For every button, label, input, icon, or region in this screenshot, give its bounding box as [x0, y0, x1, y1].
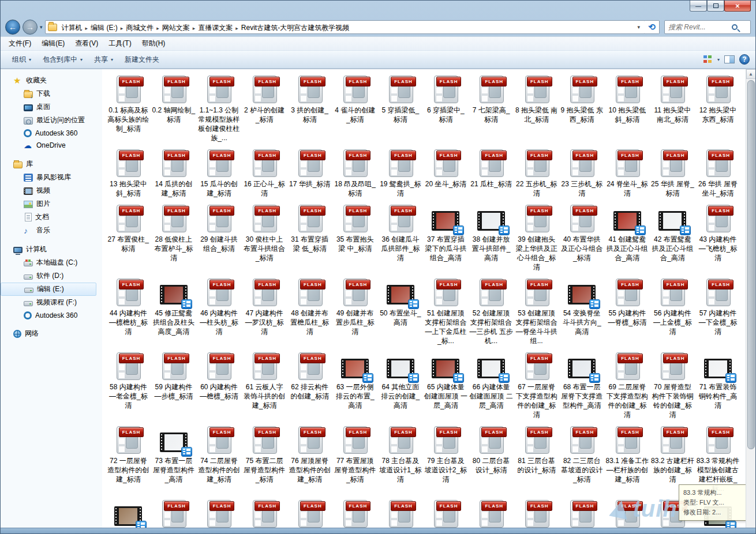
file-item[interactable]: FLASH51 创建屋顶支撑桁架组合—上下金瓜柱_标...	[423, 277, 469, 347]
file-item[interactable]: FLASH93 室外夜景效果图的	[514, 498, 559, 528]
file-item[interactable]: FLASH4 雀斗的创建_标清	[332, 74, 378, 144]
file-item[interactable]: FLASH0.1 标高及标高标头族的绘制_标清	[106, 74, 151, 144]
file-item[interactable]: FLASH31 布置穿插梁 低_标清	[287, 203, 332, 273]
file-item[interactable]: FLASH29 创建斗拱组合_标清	[196, 203, 242, 273]
file-item[interactable]: FLASH17 华拱_标清	[287, 148, 332, 199]
file-item[interactable]: FLASH88 布置景观—植物族	[287, 498, 332, 528]
file-item[interactable]: FLASH81 三层台基的设计_标清	[514, 424, 559, 494]
file-item[interactable]: FLASH87 布置景观—建筑装	[242, 498, 287, 528]
file-item[interactable]: 50 布置坐斗_高清	[378, 277, 424, 347]
file-item[interactable]: FLASH26 华拱 屋脊 坐斗_标清	[695, 148, 741, 199]
file-item[interactable]: FLASH79 主台基及坡道设计2_标清	[423, 424, 469, 494]
file-item[interactable]: FLASH53 创建屋顶支撑桁架组合—脊坐斗斗拱组...	[514, 277, 559, 347]
file-item[interactable]: FLASH90 布置景观—人物族	[378, 498, 424, 528]
file-item[interactable]: FLASH15 瓜斗的创建_标清	[196, 148, 242, 199]
file-item[interactable]: FLASH47 内建构件—罗汉枋_标清	[242, 277, 287, 347]
sidebar-group-header[interactable]: 库	[1, 157, 102, 171]
file-item[interactable]: FLASH5 穿插梁低_标清	[378, 74, 424, 144]
sidebar-item[interactable]: 暴风影视库	[1, 171, 102, 184]
file-item[interactable]: FLASH60 内建构件—檐檩_标清	[196, 351, 242, 420]
refresh-button[interactable]: ⟲	[645, 20, 660, 34]
menu-item[interactable]: 文件(F)	[4, 37, 36, 50]
menu-item[interactable]: 编辑(E)	[37, 37, 69, 50]
file-item[interactable]: 64 其他立面排云的创建_高清	[378, 351, 424, 420]
sidebar-item[interactable]: 图片	[1, 197, 102, 210]
menu-item[interactable]: 工具(T)	[104, 37, 136, 50]
file-item[interactable]: 37 布置穿插梁下的瓜斗拱组合_高清	[423, 203, 469, 273]
file-item[interactable]: 84 布置栏杆及嵌板族	[106, 498, 151, 528]
file-item[interactable]: FLASH67 一层屋脊下支撑造型构件的创建_标清	[514, 351, 559, 420]
file-item[interactable]: FLASH6 穿插梁中_标清	[423, 74, 469, 144]
file-item[interactable]: FLASH89 布置景观—灯光族	[332, 498, 378, 528]
file-item[interactable]: FLASH44 内建构件—檩檐枋_标清	[106, 277, 151, 347]
file-item[interactable]: FLASH35 布置抱头梁 中_标清	[332, 203, 378, 273]
file-item[interactable]: FLASH92 室外白天效果图的	[469, 498, 514, 528]
file-item[interactable]: FLASH95.1 灯光族参数在夜	[605, 498, 650, 528]
sidebar-item[interactable]: Autodesk 360	[1, 309, 102, 321]
address-dropdown-icon[interactable]: ▾	[635, 24, 642, 30]
file-item[interactable]: FLASH57 内建构件—下金檩_标清	[695, 277, 741, 347]
file-item[interactable]: FLASH24 脊坐斗_标清	[605, 148, 650, 199]
file-item[interactable]: FLASH21 瓜柱_标清	[469, 148, 514, 199]
file-item[interactable]: 38 创建并放置斗拱部件_高清	[469, 203, 514, 273]
file-item[interactable]: FLASH74 二层屋脊造型构件的创建_标清	[196, 424, 242, 494]
file-item[interactable]: FLASH23 三步机_标清	[559, 148, 605, 199]
file-item[interactable]: FLASH91 RPC人物植物族的	[423, 498, 469, 528]
sidebar-item[interactable]: Autodesk 360	[1, 127, 102, 139]
file-item[interactable]: FLASH10 抱头梁低 斜_标清	[605, 74, 650, 144]
file-item[interactable]: FLASH12 抱头梁中 东西_标清	[695, 74, 741, 144]
sidebar-item[interactable]: 文档	[1, 210, 102, 224]
file-item[interactable]: FLASH2 栌斗的创建_标清	[242, 74, 287, 144]
breadcrumb-segment[interactable]: Revit古建筑-大明宫古建筑教学视频	[239, 22, 351, 33]
file-item[interactable]: FLASH20 坐斗_标清	[423, 148, 469, 199]
file-item[interactable]: FLASH61 云板人字装饰斗拱的创建_标清	[242, 351, 287, 420]
file-item[interactable]: 45 修正鸳鸯拱组合及柱头高度_高清	[151, 277, 197, 347]
sidebar-group-header[interactable]: ★收藏夹	[1, 74, 102, 87]
file-item[interactable]: FLASH52 创建屋顶支撑桁架组合—三步机 五步机...	[469, 277, 514, 347]
file-item[interactable]: FLASH86 场地与道路、湖水	[196, 498, 242, 528]
sidebar-group-header[interactable]: 计算机	[1, 243, 102, 256]
file-item[interactable]: FLASH83.2 古建栏杆族的创建_标清	[650, 424, 695, 494]
file-item[interactable]: 54 变换脊坐斗斗拱方向_高清	[559, 277, 605, 347]
file-item[interactable]: FLASH83.1 准备工作—栏杆族的创建_标清	[605, 424, 650, 494]
menu-item[interactable]: 查看(V)	[70, 37, 103, 50]
sidebar-item[interactable]: 软件 (D:)	[1, 269, 102, 283]
sidebar-item[interactable]: ☁OneDrive	[1, 139, 102, 152]
nav-history-dropdown-icon[interactable]: ▾	[40, 24, 43, 30]
file-item[interactable]: 71 布置装饰铜铃构件_高清	[695, 351, 741, 420]
file-item[interactable]: FLASH77 布置屋顶屋脊造型构件_标清	[332, 424, 378, 494]
file-item[interactable]: 68 布置一层屋脊下支撑造型构件_高清	[559, 351, 605, 420]
file-item[interactable]: FLASH1.1~1.3 公制常规模型族样板创建俊柱柱族_...	[196, 74, 242, 144]
toolbar-button[interactable]: 组织▾	[6, 52, 37, 67]
breadcrumb-separator-icon[interactable]: ▸	[156, 25, 160, 31]
address-field[interactable]: 计算机▸编辑 (E:)▸商城文件▸网站文案▸直播课文案▸Revit古建筑-大明宫…	[45, 20, 645, 34]
scroll-up-icon[interactable]: ▲	[746, 69, 756, 79]
file-item[interactable]: FLASH18 昂及昂咀_标清	[332, 148, 378, 199]
file-item[interactable]: FLASH16 正心斗_标清	[242, 148, 287, 199]
file-item[interactable]: FLASH82 二三层台基坡道的设计_标清	[559, 424, 605, 494]
file-item[interactable]: FLASH78 主台基及坡道设计1_标清	[378, 424, 424, 494]
title-bar[interactable]: — ✕	[1, 1, 755, 18]
file-item[interactable]: FLASH7 七架梁高_标清	[469, 74, 514, 144]
file-item[interactable]: 73 布置一层屋脊造型构件_高清	[151, 424, 197, 494]
back-button[interactable]: ←	[5, 20, 20, 35]
sidebar-item[interactable]: 视频	[1, 184, 102, 197]
file-item[interactable]: FLASH58 内建构件—老金檩_标清	[106, 351, 151, 420]
file-item[interactable]: FLASH69 二层屋脊下支撑造型构件的创建_标清	[605, 351, 650, 420]
file-item[interactable]: FLASH85 创建并布置抱鼓石	[151, 498, 197, 528]
forward-button[interactable]: →	[23, 20, 38, 35]
file-item[interactable]: FLASH49 创建并布置步瓜柱_标清	[332, 277, 378, 347]
file-item[interactable]: FLASH46 内建构件—柱头枋_标清	[196, 277, 242, 347]
file-item[interactable]: FLASH56 内建构件—上金檩_标清	[650, 277, 695, 347]
maximize-button[interactable]	[707, 1, 724, 12]
file-item[interactable]: FLASH70 屋脊造型构件下装饰铜铃的创建_标清	[650, 351, 695, 420]
preview-pane-icon[interactable]	[724, 55, 735, 63]
close-button[interactable]: ✕	[724, 1, 751, 12]
sidebar-item[interactable]: 桌面	[1, 100, 102, 114]
file-item[interactable]: FLASH27 布置俊柱_标清	[106, 203, 151, 273]
file-item[interactable]: FLASH30 俊柱中上布置斗拱组合_标清	[242, 203, 287, 273]
file-item[interactable]: FLASH25 华拱 屋脊_标清	[650, 148, 695, 199]
search-box[interactable]	[664, 20, 751, 34]
file-item[interactable]: FLASH40 布置华拱及正心斗组合_标清	[559, 203, 605, 273]
toolbar-button[interactable]: 新建文件夹	[119, 52, 165, 67]
